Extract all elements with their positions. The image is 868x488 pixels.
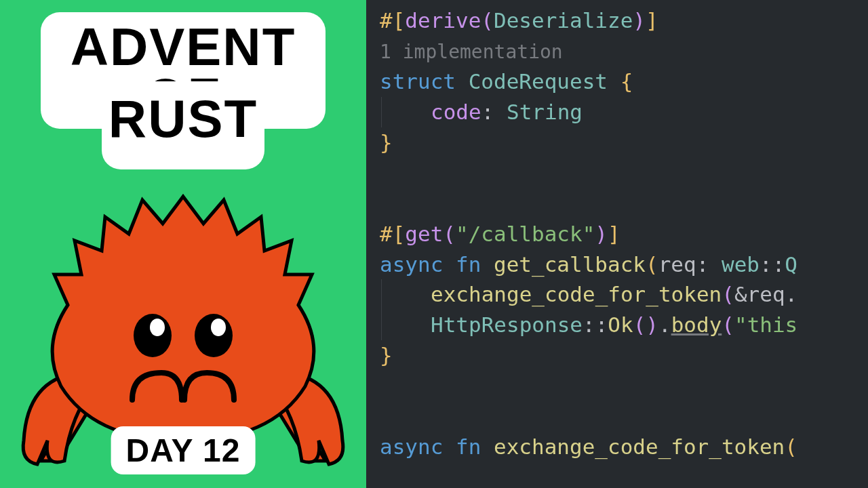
code-token: (: [633, 312, 646, 337]
code-token: .: [658, 312, 671, 337]
code-token: ]: [646, 8, 658, 33]
code-token: :: [696, 252, 709, 277]
code-token: }: [380, 130, 393, 155]
svg-point-2: [150, 319, 165, 336]
code-token: #: [380, 8, 393, 33]
svg-point-0: [134, 314, 172, 357]
day-badge: DAY 12: [111, 426, 256, 474]
code-token: get: [405, 222, 443, 246]
code-token: ::: [760, 252, 785, 277]
code-token: get_callback: [494, 252, 646, 277]
code-token: {: [620, 69, 633, 94]
code-token: exchange_code_for_token: [431, 282, 722, 306]
ferris-crab-icon: [14, 169, 353, 468]
day-label: DAY 12: [126, 432, 241, 468]
code-token: ): [646, 312, 658, 337]
code-token: async: [380, 252, 443, 277]
code-token: ::: [583, 312, 608, 337]
code-token: Q: [785, 252, 797, 277]
code-token: struct: [380, 69, 456, 94]
code-token: async: [380, 434, 443, 459]
code-token: Deserialize: [494, 8, 633, 33]
code-token: req: [658, 252, 696, 277]
code-token: Ok: [608, 312, 633, 337]
code-token: "this: [734, 312, 797, 337]
code-token: ]: [608, 222, 620, 246]
code-token: ): [595, 222, 608, 246]
code-token: CodeRequest: [469, 69, 608, 94]
code-token: req: [747, 282, 785, 306]
code-token: ): [633, 8, 646, 33]
code-token: derive: [405, 8, 481, 33]
thumbnail-left-panel: ADVENT OF RUST DAY 12: [0, 0, 366, 488]
code-editor-panel: #[derive(Deserialize)] 1 implementation …: [366, 0, 868, 488]
code-token: &: [734, 282, 747, 306]
code-token: exchange_code_for_token: [494, 434, 785, 459]
code-token: .: [785, 282, 798, 306]
title-line-2: RUST: [108, 88, 258, 150]
code-token: HttpResponse: [431, 312, 583, 337]
code-token: "/callback": [456, 222, 595, 246]
code-token: String: [507, 100, 583, 124]
code-token: (: [481, 8, 494, 33]
svg-point-3: [211, 319, 226, 336]
code-token: #: [380, 222, 393, 246]
code-token: code: [431, 100, 481, 124]
code-token: web: [722, 252, 760, 277]
code-editor: #[derive(Deserialize)] 1 implementation …: [380, 5, 868, 462]
code-token: }: [380, 343, 393, 367]
code-token: [: [393, 222, 406, 246]
inlay-hint: 1 implementation: [380, 41, 563, 63]
code-token: (: [785, 434, 797, 459]
code-token: (: [722, 282, 734, 306]
code-token: (: [722, 312, 734, 337]
code-token: :: [481, 100, 494, 124]
code-token: (: [646, 252, 658, 277]
code-token: body: [671, 312, 722, 337]
code-token: [: [393, 8, 406, 33]
svg-point-1: [195, 314, 233, 357]
code-token: fn: [456, 252, 481, 277]
code-token: (: [443, 222, 456, 246]
code-token: fn: [456, 434, 481, 459]
